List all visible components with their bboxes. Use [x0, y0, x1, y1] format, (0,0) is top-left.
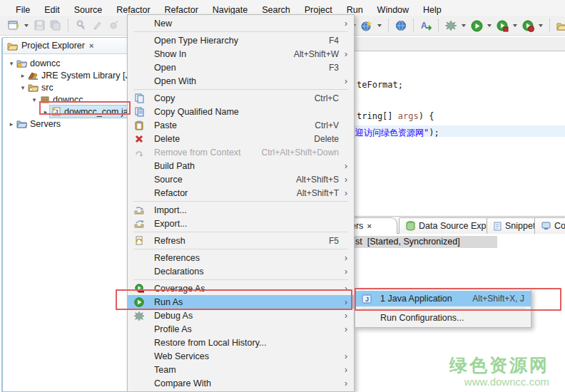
tree-item-servers[interactable]: ▸ Servers — [3, 118, 132, 130]
code-line-main: tring[] args) { — [357, 111, 434, 121]
java-application-icon: J — [360, 294, 374, 304]
menu-file[interactable]: File — [9, 5, 37, 15]
project-icon — [16, 58, 28, 68]
new-wizard-icon[interactable] — [7, 19, 20, 32]
key-icon[interactable] — [74, 19, 87, 32]
tree-label: src — [39, 83, 56, 93]
snippets-icon — [494, 222, 502, 231]
menu-separator — [361, 308, 525, 309]
project-explorer-header: Project Explorer × — [3, 38, 132, 54]
menu-item-run-as[interactable]: Run As› — [128, 295, 354, 309]
menu-edit[interactable]: Edit — [37, 5, 67, 15]
run-icon[interactable] — [470, 19, 483, 32]
menu-item-copy-qualified-name[interactable]: Copy Qualified Name — [128, 105, 354, 118]
menu-item-new[interactable]: New› — [128, 16, 354, 30]
menu-item-copy[interactable]: CopyCtrl+C — [128, 91, 354, 105]
menu-item-paste[interactable]: PasteCtrl+V — [128, 118, 354, 132]
menu-item-build-path[interactable]: Build Path› — [128, 159, 354, 172]
pen-icon[interactable] — [91, 19, 103, 32]
submenu-item-run-configurations[interactable]: Run Configurations... — [355, 310, 531, 326]
menu-item-compare-with[interactable]: Compare With› — [128, 376, 354, 390]
tab-console[interactable]: Cons — [534, 217, 565, 234]
package-icon — [39, 96, 51, 104]
menu-item-declarations[interactable]: Declarations› — [128, 264, 354, 278]
tree-item-java-file[interactable]: ▸ J dowmcc_com.ja — [3, 105, 132, 118]
console-icon — [541, 222, 551, 230]
coverage-dropdown-caret[interactable] — [513, 24, 517, 27]
run-last-icon[interactable] — [107, 19, 120, 32]
expand-arrow-icon[interactable]: ▸ — [7, 120, 16, 128]
menu-refactor[interactable]: Refactor — [109, 5, 157, 15]
menu-item-refresh[interactable]: RefreshF5 — [128, 234, 354, 247]
open-folder-icon[interactable] — [556, 19, 565, 32]
profile-dropdown-caret[interactable] — [539, 24, 543, 27]
menu-item-open-type-hierarchy[interactable]: Open Type HierarchyF4 — [128, 33, 354, 47]
project-explorer-close-icon[interactable]: × — [89, 41, 93, 50]
explorer-folder-icon — [7, 41, 18, 51]
tree-item-jre-library[interactable]: ▸ JRE System Library [J — [3, 69, 132, 81]
copy-qualified-icon — [132, 107, 146, 117]
toolbar-separator — [68, 19, 68, 32]
menu-item-restore-from-local-history[interactable]: Restore from Local History... — [128, 336, 354, 349]
tree-item-src[interactable]: ▾ src — [3, 81, 132, 93]
menu-search[interactable]: Search — [255, 5, 297, 15]
menu-item-source[interactable]: SourceAlt+Shift+S› — [128, 172, 354, 186]
toolbar-separator — [438, 19, 439, 32]
menu-item-team[interactable]: Team› — [128, 363, 354, 376]
menu-item-references[interactable]: References› — [128, 251, 354, 264]
library-icon — [27, 71, 39, 80]
tree-item-package-downcc[interactable]: ▾ downcc — [3, 93, 132, 105]
toolbar-separator — [413, 19, 414, 32]
project-explorer-title: Project Explorer — [21, 41, 85, 51]
project-explorer-panel: Project Explorer × ▾ downcc ▸ JRE System… — [1, 37, 133, 392]
menu-item-import[interactable]: Import... — [128, 203, 354, 217]
expand-arrow-icon[interactable]: ▸ — [41, 108, 50, 115]
menu-item-show-in[interactable]: Show InAlt+Shift+W› — [128, 47, 354, 61]
menu-separator — [133, 232, 348, 232]
menu-item-debug-as[interactable]: Debug As› — [128, 309, 354, 322]
server-status-text: st [Started, Synchronized] — [355, 237, 460, 247]
web-wizard-icon[interactable] — [360, 19, 373, 32]
debug-icon[interactable] — [444, 19, 457, 32]
debug-dropdown-caret[interactable] — [462, 24, 466, 27]
profile-icon[interactable] — [521, 19, 534, 32]
save-icon[interactable] — [33, 19, 46, 32]
watermark-title: 绿色资源网 — [449, 355, 549, 376]
svg-text:J: J — [365, 296, 369, 303]
collapse-arrow-icon[interactable]: ▾ — [7, 60, 16, 67]
menu-refactor-2[interactable]: Refactor — [158, 5, 205, 15]
tab-close-icon[interactable]: × — [367, 222, 371, 230]
menu-item-export[interactable]: Export... — [128, 217, 354, 230]
menu-help[interactable]: Help — [416, 5, 449, 15]
menu-item-delete[interactable]: DeleteDelete — [128, 132, 354, 145]
browser-icon[interactable] — [395, 19, 407, 32]
expand-arrow-icon[interactable]: ▸ — [19, 72, 27, 79]
collapse-arrow-icon[interactable]: ▾ — [30, 96, 39, 103]
save-all-icon[interactable] — [49, 19, 62, 32]
new-dropdown-caret[interactable] — [24, 24, 29, 27]
menu-source[interactable]: Source — [67, 5, 110, 15]
menu-item-coverage-as[interactable]: Coverage As› — [128, 282, 354, 295]
menu-separator — [133, 89, 348, 90]
tree-label: Servers — [28, 119, 63, 129]
source-folder-icon — [27, 83, 39, 92]
java-ee-icon[interactable]: A — [419, 19, 432, 32]
menu-item-web-services[interactable]: Web Services› — [128, 349, 354, 363]
menu-window[interactable]: Window — [370, 5, 416, 15]
watermark: 绿色资源网 www.downcc.com — [449, 355, 549, 388]
menu-item-profile-as[interactable]: Profile As› — [128, 322, 354, 336]
web-wizard-caret[interactable] — [377, 24, 382, 27]
submenu-item-java-application[interactable]: J1 Java ApplicationAlt+Shift+X, J — [355, 291, 531, 306]
run-dropdown-caret[interactable] — [487, 24, 492, 27]
coverage-icon[interactable] — [496, 19, 509, 32]
menu-item-refactor[interactable]: RefactorAlt+Shift+T› — [128, 186, 354, 200]
menu-navigate[interactable]: Navigate — [205, 5, 255, 15]
toolbar-separator — [388, 19, 389, 32]
tree-label: downcc — [28, 58, 62, 68]
tree-item-project-downcc[interactable]: ▾ downcc — [3, 57, 132, 69]
collapse-arrow-icon[interactable]: ▾ — [19, 84, 27, 91]
menu-item-open[interactable]: OpenF3 — [128, 61, 354, 74]
menu-run[interactable]: Run — [340, 5, 370, 15]
menu-item-open-with[interactable]: Open With› — [128, 74, 354, 88]
menu-project[interactable]: Project — [297, 5, 340, 15]
